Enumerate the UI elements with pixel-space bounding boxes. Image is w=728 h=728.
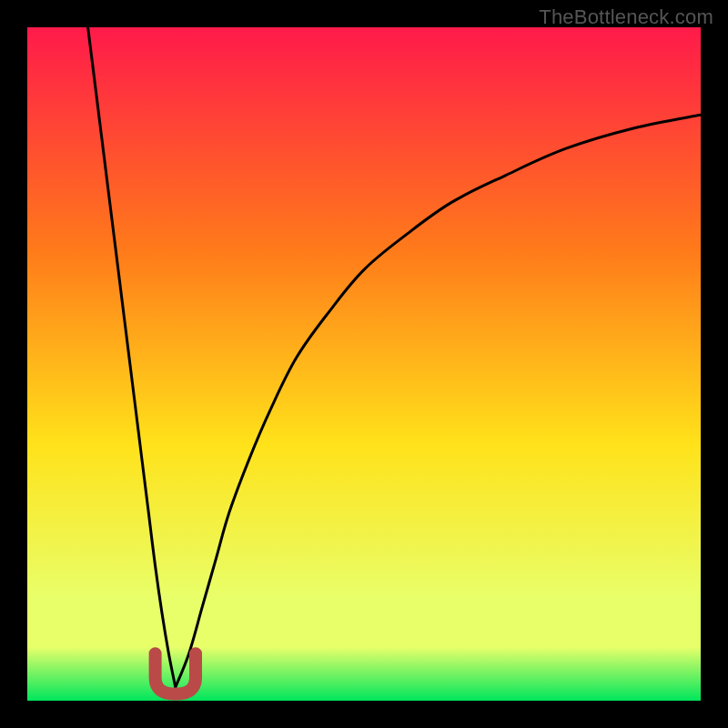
gradient-background (27, 27, 701, 701)
chart-svg (27, 27, 701, 701)
watermark-text: TheBottleneck.com (539, 5, 713, 29)
outer-frame: TheBottleneck.com (0, 0, 728, 728)
chart-area (27, 27, 701, 701)
